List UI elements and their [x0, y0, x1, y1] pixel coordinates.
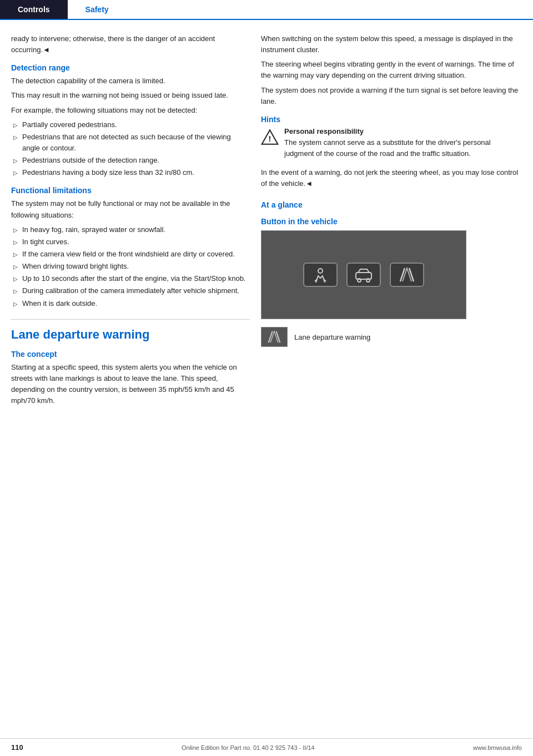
tab-controls[interactable]: Controls: [0, 0, 68, 19]
detection-range-para3: For example, the following situations ma…: [11, 105, 250, 116]
ldw-icon-box: [261, 327, 288, 347]
functional-limitations-title: Functional limitations: [11, 186, 250, 195]
top-navigation: Controls Safety: [0, 0, 533, 20]
detection-range-bullets: Partially covered pedestrians. Pedestria…: [11, 119, 250, 179]
detection-range-title: Detection range: [11, 63, 250, 72]
car-icon: [354, 267, 374, 283]
bullet-item: Partially covered pedestrians.: [11, 119, 250, 130]
personal-responsibility-text: The system cannot serve as a substitute …: [284, 137, 522, 159]
hints-title: Hints: [261, 115, 522, 124]
concept-text: Starting at a specific speed, this syste…: [11, 362, 250, 407]
bullet-item: If the camera view field or the front wi…: [11, 249, 250, 260]
bullet-item: When driving toward bright lights.: [11, 261, 250, 272]
tab-safety[interactable]: Safety: [68, 0, 127, 19]
bullet-item: In heavy fog, rain, sprayed water or sno…: [11, 224, 250, 235]
main-content: ready to intervene; otherwise, there is …: [0, 20, 533, 421]
page-footer: 110 Online Edition for Part no. 01 40 2 …: [0, 738, 533, 756]
vibration-text: The steering wheel begins vibrating gent…: [261, 59, 522, 81]
at-a-glance-title: At a glance: [261, 200, 522, 209]
no-warning-text: The system does not provide a warning if…: [261, 85, 522, 107]
lane-icon: [397, 267, 417, 283]
detection-range-para1: The detection capability of the camera i…: [11, 75, 250, 87]
button-in-vehicle-title: Button in the vehicle: [261, 217, 522, 226]
svg-point-2: [318, 269, 323, 273]
button-image-inner: [303, 263, 424, 287]
hints-box: ! Personal responsibility The system can…: [261, 127, 522, 163]
lane-departure-title: Lane departure warning: [11, 327, 250, 342]
svg-text:!: !: [269, 134, 271, 143]
svg-rect-3: [356, 273, 371, 279]
bullet-item: During calibration of the camera immedia…: [11, 285, 250, 296]
ldw-label: Lane departure warning: [294, 333, 370, 341]
online-edition-text: Online Edition for Part no. 01 40 2 925 …: [182, 744, 315, 751]
tab-controls-label: Controls: [18, 5, 50, 14]
vehicle-button-1: [303, 263, 338, 287]
bullet-item: When it is dark outside.: [11, 298, 250, 309]
functional-limitations-para1: The system may not be fully functional o…: [11, 198, 250, 220]
bullet-item: Up to 10 seconds after the start of the …: [11, 273, 250, 284]
vehicle-button-2: [346, 263, 381, 287]
left-column: ready to intervene; otherwise, there is …: [11, 33, 250, 410]
right-column: When switching on the system below this …: [261, 33, 522, 410]
vehicle-button-3: [390, 263, 424, 287]
page-number: 110: [11, 743, 23, 752]
hints-content: Personal responsibility The system canno…: [284, 127, 522, 163]
concept-title: The concept: [11, 350, 250, 359]
ldw-label-row: Lane departure warning: [261, 327, 522, 347]
bullet-item: Pedestrians that are not detected as suc…: [11, 132, 250, 154]
warning-triangle-icon: !: [261, 128, 279, 146]
ldw-icon: [265, 330, 283, 344]
button-image-area: [261, 230, 466, 319]
pedestrian-icon: [310, 267, 330, 283]
personal-responsibility-label: Personal responsibility: [284, 127, 522, 135]
lane-departure-section: Lane departure warning The concept Start…: [11, 319, 250, 407]
svg-point-5: [366, 279, 370, 282]
warning-jerk-text: In the event of a warning, do not jerk t…: [261, 167, 522, 189]
svg-point-4: [358, 279, 361, 282]
intro-text: ready to intervene; otherwise, there is …: [11, 33, 250, 56]
switching-on-text: When switching on the system below this …: [261, 33, 522, 56]
tab-safety-label: Safety: [86, 5, 109, 14]
bullet-item: Pedestrians outside of the detection ran…: [11, 155, 250, 166]
website-text: www.bmwusa.info: [473, 744, 522, 751]
bullet-item: In tight curves.: [11, 236, 250, 248]
detection-range-para2: This may result in the warning not being…: [11, 90, 250, 101]
functional-limitations-bullets: In heavy fog, rain, sprayed water or sno…: [11, 224, 250, 309]
bullet-item: Pedestrians having a body size less than…: [11, 167, 250, 178]
